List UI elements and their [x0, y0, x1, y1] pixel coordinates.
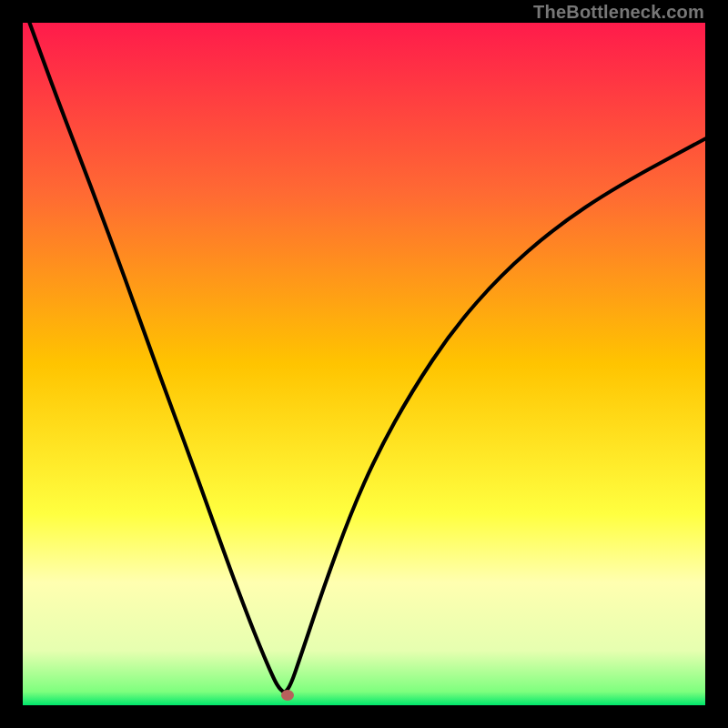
watermark-text: TheBottleneck.com [533, 2, 704, 23]
plot-area [23, 23, 705, 705]
chart-frame: TheBottleneck.com [0, 0, 728, 728]
curve [23, 23, 705, 705]
optimal-marker [281, 690, 294, 701]
